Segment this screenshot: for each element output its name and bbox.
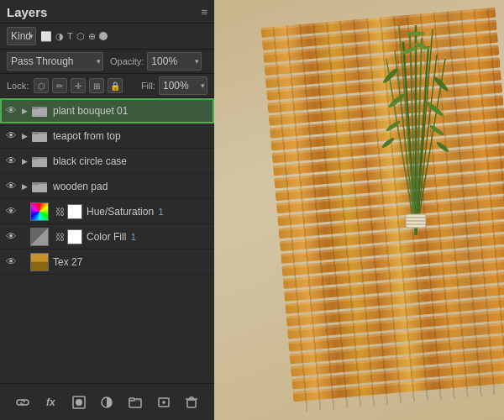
layer-name-color-fill: Color Fill 1 bbox=[87, 231, 211, 243]
delete-icon bbox=[185, 396, 198, 409]
visibility-toggle-hue-saturation[interactable]: 👁 bbox=[3, 205, 18, 218]
expand-arrow-plant-bouquet[interactable]: ▶ bbox=[18, 107, 30, 115]
type-filter-icon[interactable]: T bbox=[67, 31, 73, 41]
layer-item-teapot[interactable]: 👁 ▶ teapot from top bbox=[0, 123, 214, 149]
layer-item-color-fill[interactable]: 👁 ▶ ⛓ Color Fill 1 bbox=[0, 224, 214, 249]
visibility-toggle-plant-bouquet[interactable]: 👁 bbox=[3, 104, 18, 117]
lock-pixels-icon: ⬡ bbox=[38, 81, 45, 91]
blend-opacity-row: Pass Through Normal Multiply Screen Over… bbox=[0, 50, 214, 74]
svg-point-42 bbox=[381, 136, 395, 149]
canvas-preview bbox=[214, 0, 504, 420]
bamboo-strip bbox=[285, 283, 504, 313]
new-layer-button[interactable] bbox=[155, 393, 173, 412]
filter-dot bbox=[99, 32, 108, 40]
link-icon bbox=[16, 396, 29, 409]
folder-icon-wooden-pad bbox=[32, 180, 47, 193]
smart-filter-icon[interactable]: ⊕ bbox=[88, 31, 96, 42]
svg-point-46 bbox=[435, 140, 449, 153]
svg-point-45 bbox=[428, 123, 444, 137]
lock-all-icon: 🔒 bbox=[110, 81, 120, 91]
kind-select[interactable]: Kind bbox=[7, 27, 36, 45]
lock-pixels-button[interactable]: ⬡ bbox=[34, 78, 49, 93]
expand-arrow-black-circle-case[interactable]: ▶ bbox=[18, 157, 30, 165]
bamboo-strip bbox=[289, 333, 504, 364]
layer-item-wooden-pad[interactable]: 👁 ▶ wooden pad bbox=[0, 174, 214, 199]
fill-label: Fill: bbox=[141, 81, 155, 91]
layer-thumb-tex27 bbox=[30, 253, 49, 271]
expand-arrow-teapot[interactable]: ▶ bbox=[18, 132, 30, 140]
color-fill-number: 1 bbox=[131, 232, 136, 242]
panel-title: Layers bbox=[7, 5, 47, 19]
layer-thumb-hue-saturation bbox=[30, 202, 49, 221]
visibility-toggle-black-circle-case[interactable]: 👁 bbox=[3, 155, 18, 167]
opacity-label: Opacity: bbox=[110, 56, 144, 66]
bamboo-strip bbox=[283, 259, 504, 289]
new-group-icon bbox=[129, 396, 142, 409]
svg-point-16 bbox=[76, 399, 82, 406]
layer-list: 👁 ▶ plant bouquet 01 👁 ▶ bbox=[0, 98, 214, 383]
svg-point-49 bbox=[407, 32, 425, 36]
svg-rect-11 bbox=[32, 182, 39, 185]
visibility-toggle-wooden-pad[interactable]: 👁 bbox=[3, 180, 18, 192]
add-mask-button[interactable] bbox=[70, 393, 88, 412]
pixel-filter-icon[interactable]: ⬜ bbox=[40, 31, 52, 42]
plant-bundle-svg bbox=[353, 0, 479, 252]
layer-item-black-circle-case[interactable]: 👁 ▶ black circle case bbox=[0, 149, 214, 174]
lock-image-button[interactable]: ✏ bbox=[52, 78, 67, 93]
layer-item-plant-bouquet[interactable]: 👁 ▶ plant bouquet 01 bbox=[0, 98, 214, 123]
lock-all-button[interactable]: 🔒 bbox=[108, 78, 123, 93]
blend-mode-select[interactable]: Pass Through Normal Multiply Screen Over… bbox=[7, 52, 103, 71]
layer-item-hue-saturation[interactable]: 👁 ▶ ⛓ Hue/Saturation 1 bbox=[0, 199, 214, 224]
adjustment-filter-icon[interactable]: ◑ bbox=[55, 31, 64, 42]
svg-rect-10 bbox=[32, 184, 47, 192]
folder-icon bbox=[32, 104, 47, 118]
link-layers-button[interactable] bbox=[13, 393, 32, 412]
layer-thumb-black-circle-case bbox=[30, 152, 49, 171]
fx-icon: fx bbox=[46, 396, 55, 408]
svg-rect-13 bbox=[31, 254, 48, 262]
svg-rect-23 bbox=[187, 400, 196, 407]
panel-title-bar: Layers ≡ bbox=[0, 0, 214, 24]
svg-rect-1 bbox=[32, 108, 47, 117]
layer-thumb-color-fill bbox=[30, 228, 49, 246]
new-layer-icon bbox=[157, 396, 171, 409]
svg-point-39 bbox=[387, 92, 406, 109]
lock-fill-row: Lock: ⬡ ✏ ✛ ⊞ 🔒 Fill: 100% 75% 50% bbox=[0, 74, 214, 98]
layers-panel: Layers ≡ Kind ⬜ ◑ T ⬡ ⊕ Pass T bbox=[0, 0, 214, 420]
delete-layer-button[interactable] bbox=[182, 393, 201, 412]
lock-artboard-icon: ⊞ bbox=[93, 81, 100, 91]
fill-select[interactable]: 100% 75% 50% bbox=[159, 76, 207, 95]
layer-item-tex27[interactable]: 👁 ▶ Tex 27 bbox=[0, 249, 214, 275]
svg-point-43 bbox=[426, 101, 444, 118]
bamboo-strip bbox=[288, 321, 504, 351]
expand-arrow-wooden-pad[interactable]: ▶ bbox=[18, 182, 30, 191]
lock-artboard-button[interactable]: ⊞ bbox=[89, 78, 104, 93]
visibility-toggle-teapot[interactable]: 👁 bbox=[3, 129, 18, 142]
svg-point-44 bbox=[432, 75, 449, 92]
visibility-toggle-color-fill[interactable]: 👁 bbox=[3, 230, 18, 243]
add-effect-button[interactable]: fx bbox=[41, 393, 60, 412]
svg-rect-19 bbox=[129, 398, 134, 401]
bamboo-strip bbox=[284, 270, 504, 301]
mask-icon bbox=[72, 396, 86, 409]
svg-rect-2 bbox=[32, 107, 39, 109]
layer-name-teapot: teapot from top bbox=[53, 130, 211, 142]
kind-filter-icons: ⬜ ◑ T ⬡ ⊕ bbox=[40, 31, 108, 42]
mask-swatch-color-fill bbox=[67, 229, 82, 244]
lock-position-button[interactable]: ✛ bbox=[71, 78, 86, 93]
layer-name-tex27: Tex 27 bbox=[53, 256, 211, 268]
hue-sat-number: 1 bbox=[158, 207, 163, 217]
opacity-select[interactable]: 100% 75% 50% 25% bbox=[147, 52, 202, 71]
visibility-toggle-tex27[interactable]: 👁 bbox=[3, 255, 18, 268]
new-group-button[interactable] bbox=[126, 393, 144, 412]
panel-title-icons: ≡ bbox=[201, 6, 207, 18]
folder-icon-black-circle-case bbox=[32, 155, 47, 168]
panel-menu-icon[interactable]: ≡ bbox=[201, 6, 207, 18]
bamboo-strip bbox=[286, 296, 504, 326]
lock-label: Lock: bbox=[7, 81, 29, 91]
svg-rect-8 bbox=[32, 157, 39, 160]
add-adjustment-button[interactable] bbox=[97, 393, 116, 412]
bamboo-strip bbox=[291, 346, 504, 376]
layer-thumb-plant-bouquet bbox=[30, 102, 49, 120]
shape-filter-icon[interactable]: ⬡ bbox=[76, 31, 85, 42]
